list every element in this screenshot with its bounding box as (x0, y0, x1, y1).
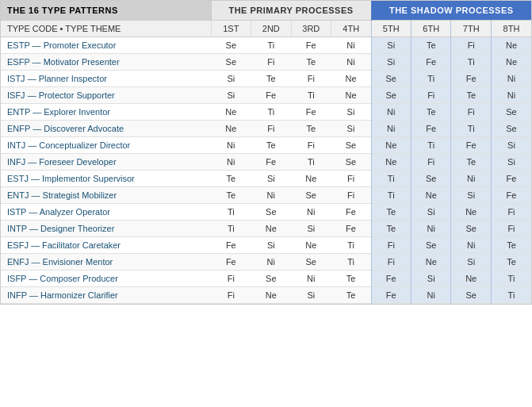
process-cell: Fe (371, 271, 411, 287)
process-cell: Fi (371, 254, 411, 271)
process-cell: Ne (411, 187, 450, 204)
process-cell: Ni (451, 237, 491, 254)
process-cell: Te (331, 287, 371, 304)
process-cell: Fi (211, 271, 251, 287)
type-link[interactable]: INFP — Harmonizer Clarifier (7, 290, 118, 300)
process-cell: Si (491, 137, 531, 154)
type-link[interactable]: ENTP — Explorer Inventor (7, 107, 110, 117)
process-cell: Fi (371, 237, 411, 254)
type-link[interactable]: ISTP — Analyzer Operator (7, 207, 110, 217)
header-patterns: THE 16 TYPE PATTERNS (1, 1, 211, 21)
type-cell: ESTJ — Implementor Supervisor (1, 171, 211, 187)
type-link[interactable]: ESFP — Motivator Presenter (7, 57, 120, 67)
process-cell: Se (251, 271, 291, 287)
type-link[interactable]: ISFJ — Protector Supporter (7, 90, 115, 100)
process-cell: Te (211, 187, 251, 204)
process-cell: Se (211, 54, 251, 71)
type-cell: ENFP — Discoverer Advocate (1, 121, 211, 137)
process-cell: Ni (371, 104, 411, 121)
type-link[interactable]: ESTP — Promoter Executor (7, 40, 116, 50)
process-cell: Ti (251, 37, 291, 54)
process-cell: Si (211, 87, 251, 104)
type-link[interactable]: ISFP — Composer Producer (7, 274, 118, 283)
process-cell: Fi (251, 121, 291, 137)
type-link[interactable]: ISTJ — Planner Inspector (7, 74, 107, 83)
type-link[interactable]: ESTJ — Implementor Supervisor (7, 174, 135, 183)
process-cell: Se (411, 237, 450, 254)
type-link[interactable]: INTJ — Conceptualizer Director (7, 140, 130, 150)
process-cell: Ni (291, 204, 331, 221)
process-cell: Ti (491, 287, 531, 304)
process-cell: Fe (331, 204, 371, 221)
process-cell: Fi (411, 87, 450, 104)
process-cell: Fe (451, 137, 491, 154)
header-col-4th: 4TH (331, 21, 371, 37)
process-cell: Fe (211, 254, 251, 271)
header-col-7th: 7TH (451, 21, 491, 37)
type-link[interactable]: ENTJ — Strategist Mobilizer (7, 190, 117, 200)
process-cell: Fi (331, 187, 371, 204)
main-table-wrapper: THE 16 TYPE PATTERNS THE PRIMARY PROCESS… (0, 0, 532, 305)
process-cell: Fe (491, 187, 531, 204)
table-row: ISFJ — Protector SupporterSiFeTiNeSeFiTe… (1, 87, 531, 104)
process-cell: Si (211, 71, 251, 87)
process-cell: Ti (331, 254, 371, 271)
process-cell: Si (291, 221, 331, 237)
table-row: INFJ — Foreseer DeveloperNiFeTiSeNeFiTeS… (1, 154, 531, 171)
type-cell: ESFJ — Facilitator Caretaker (1, 237, 211, 254)
process-cell: Se (491, 104, 531, 121)
process-cell: Ne (371, 137, 411, 154)
process-cell: Fe (411, 121, 450, 137)
process-cell: Fi (491, 221, 531, 237)
table-row: ISFP — Composer ProducerFiSeNiTeFeSiNeTi (1, 271, 531, 287)
process-cell: Se (291, 187, 331, 204)
process-cell: Ti (411, 71, 450, 87)
process-cell: Te (371, 204, 411, 221)
process-cell: Ne (331, 71, 371, 87)
process-cell: Ne (331, 87, 371, 104)
process-cell: Se (451, 221, 491, 237)
type-cell: ESFP — Motivator Presenter (1, 54, 211, 71)
header-col-8th: 8TH (491, 21, 531, 37)
process-cell: Fi (451, 104, 491, 121)
table-row: ENTJ — Strategist MobilizerTeNiSeFiTiNeS… (1, 187, 531, 204)
process-cell: Ne (411, 254, 450, 271)
type-link[interactable]: ESFJ — Facilitator Caretaker (7, 240, 121, 250)
process-cell: Fe (331, 221, 371, 237)
process-cell: Si (451, 254, 491, 271)
type-link[interactable]: ENFJ — Envisioner Mentor (7, 257, 113, 267)
process-cell: Fe (211, 237, 251, 254)
process-cell: Ti (331, 237, 371, 254)
process-cell: Te (491, 254, 531, 271)
type-link[interactable]: INTP — Designer Theorizer (7, 224, 114, 233)
type-cell: ISFJ — Protector Supporter (1, 87, 211, 104)
process-cell: Ni (411, 287, 450, 304)
process-cell: Ni (491, 87, 531, 104)
process-cell: Te (291, 121, 331, 137)
header-col-6th: 6TH (411, 21, 450, 37)
type-link[interactable]: INFJ — Foreseer Developer (7, 157, 117, 167)
process-cell: Ne (291, 237, 331, 254)
type-cell: INTJ — Conceptualizer Director (1, 137, 211, 154)
process-cell: Fe (451, 71, 491, 87)
table-body: ESTP — Promoter ExecutorSeTiFeNiSiTeFiNe… (1, 37, 531, 304)
type-cell: ISFP — Composer Producer (1, 271, 211, 287)
process-cell: Ne (491, 37, 531, 54)
process-cell: Ni (371, 121, 411, 137)
process-cell: Si (371, 54, 411, 71)
process-cell: Ti (291, 87, 331, 104)
process-cell: Te (251, 137, 291, 154)
process-cell: Fe (291, 37, 331, 54)
process-cell: Ne (291, 171, 331, 187)
process-cell: Ne (251, 287, 291, 304)
type-link[interactable]: ENFP — Discoverer Advocate (7, 124, 124, 133)
process-cell: Si (411, 204, 450, 221)
table-row: INFP — Harmonizer ClarifierFiNeSiTeFeNiS… (1, 287, 531, 304)
process-cell: Ne (451, 271, 491, 287)
type-cell: INTP — Designer Theorizer (1, 221, 211, 237)
process-cell: Ni (291, 271, 331, 287)
process-cell: Ni (211, 154, 251, 171)
process-cell: Ne (251, 221, 291, 237)
process-cell: Ti (211, 204, 251, 221)
process-cell: Te (211, 171, 251, 187)
